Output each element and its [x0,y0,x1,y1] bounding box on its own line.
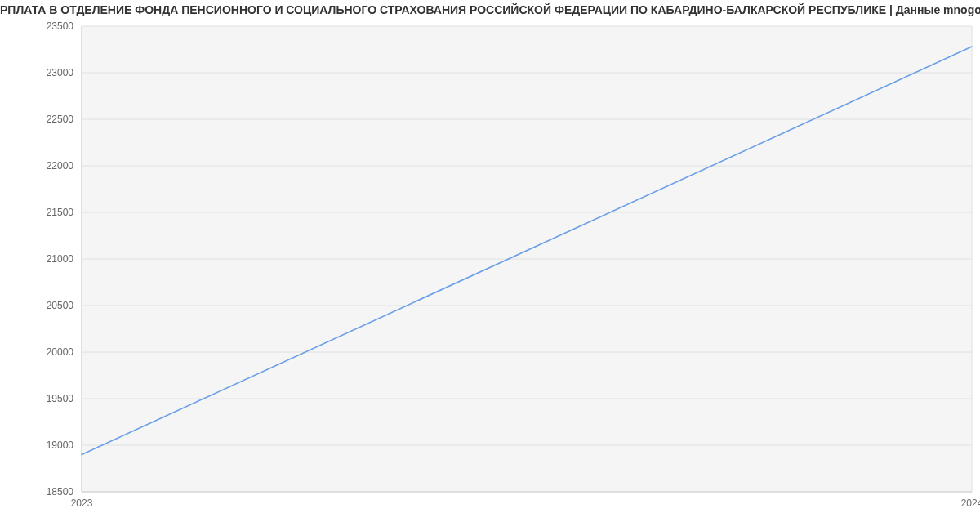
y-tick-label: 19000 [47,440,74,451]
x-tick-label: 2024 [961,498,980,509]
y-tick-label: 22500 [47,114,74,125]
chart-title: РПЛАТА В ОТДЕЛЕНИЕ ФОНДА ПЕНСИОННОГО И С… [0,3,980,16]
y-tick-label: 23500 [47,20,74,32]
y-tick-label: 21000 [47,253,74,265]
y-tick-label: 21500 [47,207,74,218]
x-tick-label: 2023 [71,498,93,509]
y-tick-label: 22000 [47,160,74,172]
y-tick-label: 18500 [47,486,74,498]
y-tick-label: 23000 [47,67,74,78]
y-tick-label: 20000 [47,346,74,358]
y-tick-label: 20500 [47,300,74,311]
y-tick-label: 19500 [47,393,74,404]
chart-area: 1850019000195002000020500210002150022000… [0,20,980,518]
